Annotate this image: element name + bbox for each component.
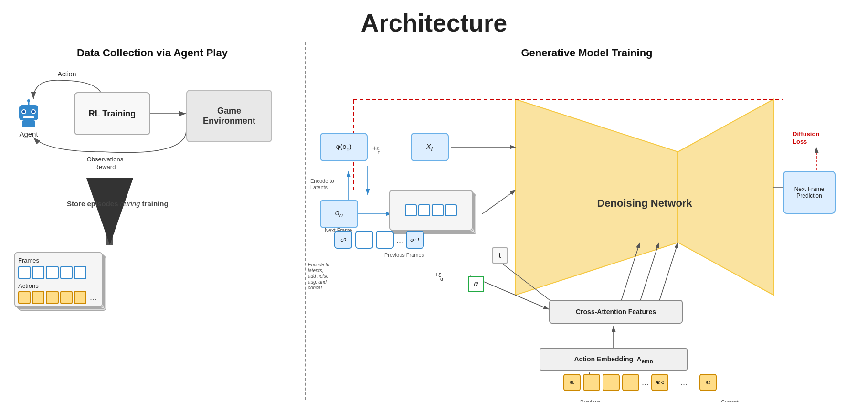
diagram-container: Data Collection via Agent Play Action Ob… <box>0 42 868 402</box>
xt-label: xt <box>426 141 433 153</box>
actions-label: Actions <box>18 282 99 289</box>
svg-line-34 <box>640 243 659 302</box>
a0-box: a0 <box>563 374 581 391</box>
action-cell <box>622 374 639 391</box>
action-cell <box>32 291 44 304</box>
svg-text:concat: concat <box>308 285 323 290</box>
svg-text:Reward: Reward <box>95 163 116 170</box>
game-env-label: GameEnvironment <box>203 106 255 126</box>
next-frame-label: Next FramePrediction <box>794 186 825 199</box>
on-box: on <box>320 200 358 228</box>
prev-frame-cell <box>432 204 444 216</box>
svg-text:Diffusion: Diffusion <box>793 130 819 138</box>
svg-text:latents,: latents, <box>308 268 323 273</box>
frame-cell <box>32 266 44 279</box>
frame-cell <box>46 266 58 279</box>
agent-label: Agent <box>19 130 38 138</box>
prev-frame-cell <box>445 204 457 216</box>
action-cells-row: a0 ... an-1 ... an <box>563 374 717 391</box>
page-title: Architecture <box>0 0 868 42</box>
frame-box <box>376 231 394 249</box>
cross-attn-label: Cross-Attention Features <box>576 308 656 316</box>
svg-rect-16 <box>23 116 34 118</box>
prev-frames-row: o0 ... on-1 <box>334 231 424 249</box>
rl-training-box: RL Training <box>74 92 150 135</box>
next-frame-prediction-box: Next FramePrediction <box>783 171 836 214</box>
an1-action-box: an-1 <box>651 374 668 391</box>
game-environment-box: GameEnvironment <box>186 90 272 142</box>
frame-cell <box>74 266 86 279</box>
cross-attention-box: Cross-Attention Features <box>549 300 683 324</box>
action-cell <box>60 291 73 304</box>
svg-text:t: t <box>378 150 380 155</box>
dots-label: ... <box>90 268 97 278</box>
svg-point-15 <box>32 110 35 113</box>
phi-on-box: φ(on) <box>320 133 368 161</box>
current-action-box: an <box>699 374 717 391</box>
dots: ... <box>680 378 688 388</box>
svg-text:aug. and: aug. and <box>308 279 327 285</box>
right-panel: Generative Model Training Denoising Netw… <box>306 42 868 402</box>
dots: ... <box>642 378 649 388</box>
during-label: during <box>120 200 140 208</box>
action-emb-label: Action Embedding Aemb <box>574 355 653 364</box>
dots: ... <box>396 235 403 245</box>
svg-text:Previous Frames: Previous Frames <box>384 252 424 258</box>
frame-cell <box>18 266 31 279</box>
dots-label: ... <box>90 293 97 303</box>
o0-box: o0 <box>334 231 352 249</box>
action-cell <box>74 291 86 304</box>
svg-marker-21 <box>678 99 773 295</box>
store-episodes-label: Store episodes during training <box>67 200 169 208</box>
svg-text:Encode to: Encode to <box>308 262 329 267</box>
action-cell <box>603 374 620 391</box>
action-cell <box>583 374 600 391</box>
action-embedding-box: Action Embedding Aemb <box>540 348 688 371</box>
alpha-label: α <box>474 280 478 288</box>
alpha-box: α <box>468 276 484 292</box>
agent-robot: Agent <box>14 99 43 138</box>
xt-box: xt <box>411 133 449 161</box>
left-frames-section: Frames ... Actions <box>14 252 263 314</box>
svg-text:Latents: Latents <box>310 184 328 190</box>
svg-text:Previous: Previous <box>580 399 601 402</box>
frame-box <box>355 231 373 249</box>
training-label: training <box>142 200 169 208</box>
actions-row: ... <box>18 291 99 304</box>
svg-line-36 <box>497 259 559 307</box>
svg-text:Observations: Observations <box>87 156 124 163</box>
left-panel: Data Collection via Agent Play Action Ob… <box>0 42 306 402</box>
on1-box: on-1 <box>406 231 424 249</box>
frames-label: Frames <box>18 257 99 264</box>
t-box: t <box>492 247 508 264</box>
action-cell <box>46 291 58 304</box>
prev-frame-cell <box>418 204 430 216</box>
frame-cell <box>60 266 73 279</box>
svg-text:Current: Current <box>721 399 739 402</box>
left-panel-title: Data Collection via Agent Play <box>10 47 295 59</box>
svg-text:Encode to: Encode to <box>310 178 334 184</box>
frames-row: ... <box>18 266 99 279</box>
svg-text:Denoising Network: Denoising Network <box>597 197 692 209</box>
svg-text:Loss: Loss <box>793 138 807 145</box>
svg-line-33 <box>621 243 640 302</box>
phi-label: φ(on) <box>336 143 352 152</box>
svg-rect-17 <box>22 120 35 127</box>
svg-text:α: α <box>440 276 443 282</box>
t-label: t <box>499 251 501 260</box>
svg-text:+ε: +ε <box>372 144 379 152</box>
svg-text:add noise: add noise <box>308 274 329 279</box>
svg-text:+ε: +ε <box>434 271 441 278</box>
right-panel-title: Generative Model Training <box>315 47 858 59</box>
store-label: Store episodes <box>67 200 118 208</box>
svg-marker-20 <box>516 99 678 295</box>
left-panel-arrows-svg: Action Observations Reward <box>0 42 306 257</box>
robot-icon <box>14 99 43 128</box>
svg-line-31 <box>482 190 516 214</box>
svg-point-14 <box>22 110 25 113</box>
svg-text:Action: Action <box>58 70 76 78</box>
svg-point-11 <box>27 99 30 102</box>
action-cell <box>18 291 31 304</box>
prev-frame-cell <box>405 204 417 216</box>
svg-line-35 <box>659 243 678 302</box>
